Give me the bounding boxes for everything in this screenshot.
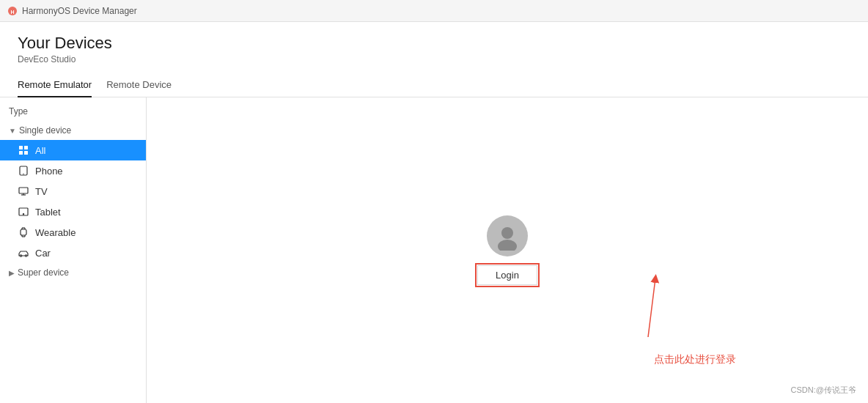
grid-icon bbox=[18, 144, 29, 156]
sidebar-item-wearable[interactable]: Wearable bbox=[0, 222, 146, 243]
sidebar-section-label: Single device bbox=[19, 125, 71, 136]
sidebar-item-car[interactable]: Car bbox=[0, 243, 146, 263]
tv-icon bbox=[18, 185, 29, 197]
sidebar-item-car-label: Car bbox=[35, 248, 51, 259]
tablet-icon bbox=[18, 206, 29, 218]
annotation-text: 点击此处进行登录 bbox=[654, 353, 736, 366]
sidebar-item-phone-label: Phone bbox=[35, 166, 63, 177]
svg-point-12 bbox=[23, 214, 23, 215]
main-panel: Login 点击此处进行登录 CSDN:@传说王爷 bbox=[147, 97, 868, 403]
svg-line-24 bbox=[648, 278, 655, 337]
svg-rect-3 bbox=[24, 146, 28, 149]
svg-text:H: H bbox=[10, 9, 14, 14]
annotation-arrow-icon bbox=[619, 271, 677, 344]
sidebar-item-wearable-label: Wearable bbox=[35, 227, 76, 238]
sidebar-super-section-label: Super device bbox=[18, 267, 69, 278]
svg-rect-5 bbox=[24, 151, 28, 155]
page-title: Your Devices bbox=[18, 34, 850, 53]
svg-point-22 bbox=[501, 227, 513, 239]
svg-point-23 bbox=[498, 240, 517, 251]
sidebar-item-all[interactable]: All bbox=[0, 140, 146, 160]
titlebar: H HarmonyOS Device Manager bbox=[0, 0, 868, 22]
svg-point-20 bbox=[20, 255, 21, 256]
watch-icon bbox=[18, 226, 29, 238]
watermark: CSDN:@传说王爷 bbox=[791, 385, 856, 396]
login-button[interactable]: Login bbox=[477, 265, 537, 285]
svg-rect-4 bbox=[19, 151, 23, 155]
svg-point-7 bbox=[23, 174, 23, 174]
main-container: Your Devices DevEco Studio Remote Emulat… bbox=[0, 22, 868, 403]
sidebar: Type ▼ Single device All bbox=[0, 97, 147, 403]
sidebar-item-tablet-label: Tablet bbox=[35, 207, 61, 218]
svg-rect-13 bbox=[21, 229, 26, 235]
chevron-down-icon: ▼ bbox=[9, 127, 16, 135]
sidebar-section-single-device[interactable]: ▼ Single device bbox=[0, 121, 146, 140]
harmonyos-logo-icon: H bbox=[7, 6, 18, 16]
sidebar-item-tv-label: TV bbox=[35, 186, 48, 197]
avatar bbox=[487, 215, 528, 256]
content-area: Type ▼ Single device All bbox=[0, 97, 868, 403]
page-subtitle: DevEco Studio bbox=[18, 54, 850, 64]
svg-point-21 bbox=[25, 255, 26, 256]
sidebar-item-all-label: All bbox=[35, 145, 45, 156]
tab-remote-device[interactable]: Remote Device bbox=[106, 73, 172, 97]
svg-rect-8 bbox=[19, 188, 28, 193]
tab-remote-emulator[interactable]: Remote Emulator bbox=[18, 73, 92, 97]
phone-icon bbox=[18, 165, 29, 177]
sidebar-item-tv[interactable]: TV bbox=[0, 181, 146, 202]
sidebar-item-tablet[interactable]: Tablet bbox=[0, 202, 146, 222]
chevron-right-icon: ▶ bbox=[9, 269, 15, 277]
car-icon bbox=[18, 247, 29, 259]
login-area: Login bbox=[477, 215, 537, 285]
sidebar-section-super-device[interactable]: ▶ Super device bbox=[0, 263, 146, 282]
titlebar-title: HarmonyOS Device Manager bbox=[22, 6, 137, 16]
svg-rect-2 bbox=[19, 146, 23, 149]
tabs-bar: Remote Emulator Remote Device bbox=[0, 73, 868, 97]
sidebar-item-phone[interactable]: Phone bbox=[0, 160, 146, 181]
sidebar-type-label: Type bbox=[0, 103, 146, 121]
page-header: Your Devices DevEco Studio bbox=[0, 22, 868, 73]
